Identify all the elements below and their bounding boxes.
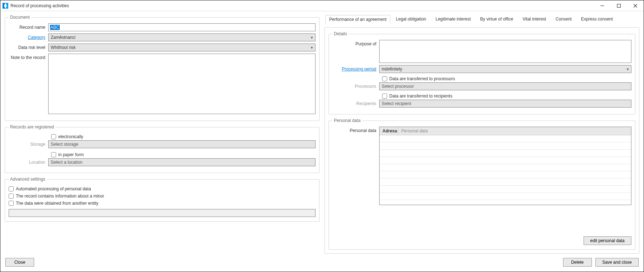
processors-select[interactable]: Select processor — [379, 82, 631, 90]
processing-period-combo[interactable]: indefinitely ▾ — [379, 65, 631, 73]
title-bar: Record of processing activities — [0, 0, 644, 11]
records-registered-group: Records are registered electronically St… — [5, 124, 319, 173]
app-icon — [3, 3, 8, 9]
svg-marker-1 — [5, 3, 8, 9]
record-name-label: Record name — [9, 23, 48, 30]
automated-label: Automated processing of personal data — [16, 186, 91, 191]
minor-checkbox[interactable] — [9, 194, 14, 199]
minor-label: The record contains information about a … — [16, 194, 104, 199]
document-group: Document Record name ABC Category Zaměst… — [5, 15, 319, 121]
category-combo[interactable]: Zaměstnanci ▾ — [48, 33, 316, 41]
paper-label: in paper form — [58, 152, 84, 157]
document-legend: Document — [9, 15, 31, 20]
close-window-button[interactable] — [627, 0, 644, 11]
tab-by-virtue-of-office[interactable]: By virtue of office — [476, 15, 517, 24]
grid-body[interactable] — [380, 135, 631, 205]
transfer-recipients-checkbox[interactable] — [382, 94, 387, 99]
grid-header-col1: Adresa — [380, 127, 398, 135]
bottom-bar: Close Delete Save and close — [0, 255, 644, 272]
close-button[interactable]: Close — [5, 258, 34, 267]
purpose-textarea[interactable] — [379, 40, 631, 63]
transfer-recipients-label: Data are transferred to recipients — [389, 94, 452, 99]
advanced-settings-group: Advanced settings Automated processing o… — [5, 177, 319, 222]
chevron-down-icon: ▾ — [627, 67, 629, 72]
details-legend: Details — [332, 31, 349, 36]
recipients-label: Recipients — [332, 100, 379, 106]
grid-header-col2: Personal data — [398, 127, 631, 135]
edit-personal-data-button[interactable]: edit personal data — [584, 236, 631, 245]
recipients-placeholder: Select recipient — [382, 101, 411, 106]
purpose-label: Purpose of — [332, 40, 379, 46]
processors-placeholder: Select processor — [382, 84, 414, 89]
risk-label: Data risk level — [9, 44, 48, 50]
recipients-select[interactable]: Select recipient — [379, 100, 631, 108]
personal-data-label: Personal data — [332, 127, 379, 133]
record-name-input[interactable]: ABC — [48, 23, 316, 31]
svg-rect-3 — [617, 4, 621, 7]
records-legend: Records are registered — [9, 124, 55, 130]
note-textarea[interactable] — [48, 54, 316, 114]
record-name-value: ABC — [50, 25, 60, 30]
window-controls — [594, 0, 644, 11]
advanced-legend: Advanced settings — [9, 177, 47, 182]
transfer-processors-checkbox[interactable] — [382, 76, 387, 81]
maximize-button[interactable] — [611, 0, 627, 11]
minimize-button[interactable] — [594, 0, 611, 11]
processors-label: Processors — [332, 82, 379, 89]
svg-marker-0 — [3, 3, 5, 9]
details-group: Details Purpose of Processing period ind… — [328, 31, 635, 114]
risk-combo[interactable]: Whithout risk ▾ — [48, 44, 316, 51]
processing-period-value: indefinitely — [382, 67, 402, 72]
risk-value: Whithout risk — [51, 45, 76, 50]
location-placeholder: Select a location — [51, 160, 82, 165]
tab-performance[interactable]: Performance of an agreement — [325, 15, 390, 24]
paper-checkbox[interactable] — [51, 152, 56, 157]
delete-button[interactable]: Delete — [563, 258, 592, 267]
electronically-label: electronically — [58, 134, 83, 139]
category-label-link[interactable]: Category — [9, 33, 48, 40]
storage-select[interactable]: Select storage — [48, 140, 316, 148]
tab-vital-interest[interactable]: Vital interest — [518, 15, 550, 24]
transfer-processors-label: Data are transferred to processors — [389, 76, 455, 81]
other-entity-box — [9, 209, 316, 217]
tab-express-consent[interactable]: Express consent — [577, 15, 617, 24]
note-label: Note to the record — [9, 54, 48, 60]
personal-legend: Personal data — [332, 118, 362, 123]
category-value: Zaměstnanci — [51, 35, 76, 40]
other-entity-checkbox[interactable] — [9, 201, 14, 206]
location-label: Location — [9, 158, 48, 165]
storage-placeholder: Select storage — [51, 142, 78, 147]
tab-legitimate-interest[interactable]: Legitimate interest — [432, 15, 475, 24]
tab-strip: Performance of an agreement Legal obliga… — [325, 15, 639, 24]
other-entity-label: The data were obtained from another enti… — [16, 201, 98, 206]
automated-checkbox[interactable] — [9, 186, 14, 191]
processing-period-label-link[interactable]: Processing period — [332, 65, 379, 72]
tab-legal-obligation[interactable]: Legal obligation — [392, 15, 430, 24]
window-title: Record of processing activities — [10, 3, 69, 8]
personal-data-group: Personal data Personal data Adresa Perso… — [328, 118, 635, 250]
tab-consent[interactable]: Consent — [552, 15, 576, 24]
chevron-down-icon: ▾ — [311, 45, 313, 50]
save-and-close-button[interactable]: Save and close — [595, 258, 639, 267]
storage-label: Storage — [9, 140, 48, 147]
personal-data-grid[interactable]: Adresa Personal data — [379, 127, 631, 205]
location-select[interactable]: Select a location — [48, 158, 316, 166]
electronically-checkbox[interactable] — [51, 134, 56, 139]
chevron-down-icon: ▾ — [311, 35, 313, 40]
tab-body: Details Purpose of Processing period ind… — [325, 27, 639, 254]
